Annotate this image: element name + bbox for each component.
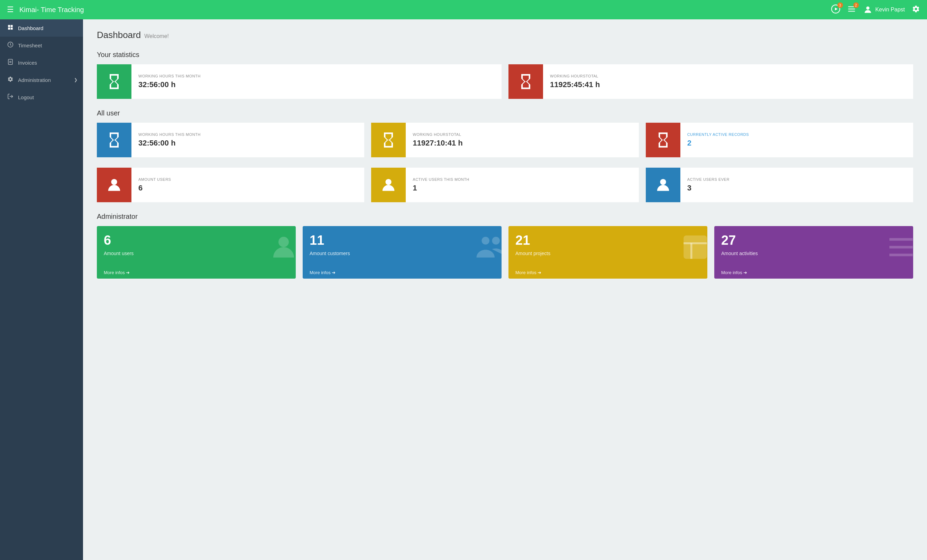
list-button[interactable]: 2 (847, 5, 856, 15)
svg-rect-9 (11, 28, 13, 30)
hourglass-icon-3 (105, 131, 123, 149)
admin-activities-num: 27 (721, 233, 906, 248)
admin-card-users[interactable]: 6 Amount users More infos ➜ (97, 226, 296, 279)
nav-left: ☰ Kimai- Time Tracking (7, 5, 84, 14)
sidebar-item-dashboard[interactable]: Dashboard (0, 19, 83, 36)
svg-rect-8 (8, 28, 10, 30)
au-wh-total-text: WORKING HOURSTOTAL 11927:10:41 h (406, 132, 470, 147)
admin-users-label: Amount users (104, 250, 289, 256)
au-stat-active-records[interactable]: CURRENTLY ACTIVE RECORDS 2 (646, 123, 913, 157)
dashboard-icon (7, 24, 14, 32)
wh-total-icon-box (509, 64, 543, 99)
au-active-month-text: ACTIVE USERS THIS MONTH 1 (406, 178, 476, 193)
admin-projects-label: Amount projects (515, 250, 701, 256)
admin-card-users-body: 6 Amount users (97, 226, 296, 267)
all-user-title: All user (97, 109, 913, 117)
page-welcome: Welcome! (144, 33, 169, 39)
svg-rect-4 (848, 11, 855, 11)
hourglass-icon-5 (654, 131, 672, 149)
sidebar-item-administration[interactable]: Administration ❯ (0, 71, 83, 88)
main-content: Dashboard Welcome! Your statistics WORKI… (83, 19, 927, 560)
svg-point-17 (660, 179, 666, 185)
your-statistics-row: WORKING HOURS THIS MONTH 32:56:00 h WORK… (97, 64, 913, 99)
timesheet-icon (7, 41, 14, 49)
hourglass-icon-2 (517, 73, 535, 91)
admin-activities-label: Amount activities (721, 250, 906, 256)
sidebar-item-timesheet[interactable]: Timesheet (0, 36, 83, 54)
invoices-icon (7, 59, 14, 66)
au-amount-users-text: AMOUNT USERS 6 (131, 178, 178, 193)
au-active-month-icon (371, 168, 406, 202)
au-wh-month-value: 32:56:00 h (138, 139, 201, 147)
au-active-records-value: 2 (687, 139, 749, 147)
wh-total-label: WORKING HOURSTOTAL (550, 74, 600, 78)
au-wh-total-icon (371, 123, 406, 157)
au-amount-users-icon (97, 168, 131, 202)
list-badge: 2 (853, 2, 859, 8)
sidebar-item-invoices[interactable]: Invoices (0, 54, 83, 71)
all-user-row2: AMOUNT USERS 6 ACTIVE USERS THIS MONTH 1 (97, 168, 913, 202)
stat-card-wh-month: WORKING HOURS THIS MONTH 32:56:00 h (97, 64, 501, 99)
au-active-ever-value: 3 (687, 184, 729, 193)
admin-card-activities[interactable]: 27 Amount activities More infos ➜ (714, 226, 913, 279)
au-active-ever-text: ACTIVE USERS EVER 3 (680, 178, 736, 193)
au-active-records-icon (646, 123, 680, 157)
hamburger-icon[interactable]: ☰ (7, 5, 14, 14)
nav-right: 3 2 Kevin Papst (831, 5, 920, 15)
person-icon-2 (380, 176, 397, 194)
admin-projects-footer[interactable]: More infos ➜ (509, 267, 707, 279)
page-title-row: Dashboard Welcome! (97, 30, 913, 41)
your-statistics-title: Your statistics (97, 51, 913, 59)
au-stat-wh-total: WORKING HOURSTOTAL 11927:10:41 h (371, 123, 638, 157)
administration-arrow: ❯ (74, 77, 78, 82)
svg-rect-6 (8, 25, 10, 27)
person-icon-1 (105, 176, 123, 194)
wh-month-icon-box (97, 64, 131, 99)
brand-title: Kimai- Time Tracking (19, 6, 84, 14)
svg-point-5 (866, 6, 869, 10)
administrator-section: Administrator 6 Amount users More infos … (97, 212, 913, 279)
au-stat-active-ever: ACTIVE USERS EVER 3 (646, 168, 913, 202)
au-amount-users-label: AMOUNT USERS (138, 178, 171, 182)
admin-users-num: 6 (104, 233, 289, 248)
au-stat-amount-users: AMOUNT USERS 6 (97, 168, 364, 202)
admin-card-customers[interactable]: 11 Amount customers More infos ➜ (302, 226, 501, 279)
svg-rect-7 (11, 25, 13, 27)
svg-rect-3 (848, 9, 855, 9)
admin-card-projects-body: 21 Amount projects (509, 226, 707, 267)
admin-customers-label: Amount customers (310, 250, 495, 256)
au-amount-users-value: 6 (138, 184, 171, 193)
settings-icon[interactable] (912, 5, 920, 15)
wh-month-text: WORKING HOURS THIS MONTH 32:56:00 h (131, 74, 208, 89)
all-user-row1: WORKING HOURS THIS MONTH 32:56:00 h WORK… (97, 123, 913, 157)
admin-card-activities-body: 27 Amount activities (714, 226, 913, 267)
all-user-section: All user WORKING HOURS THIS MONTH 32:56:… (97, 109, 913, 202)
au-wh-month-label: WORKING HOURS THIS MONTH (138, 132, 201, 137)
au-active-month-label: ACTIVE USERS THIS MONTH (413, 178, 469, 182)
au-active-ever-icon (646, 168, 680, 202)
person-icon-3 (654, 176, 672, 194)
au-active-month-value: 1 (413, 184, 469, 193)
au-wh-month-text: WORKING HOURS THIS MONTH 32:56:00 h (131, 132, 208, 147)
main-layout: Dashboard Timesheet Invoices Administrat… (0, 19, 927, 560)
wh-total-value: 11925:45:41 h (550, 80, 600, 89)
au-active-ever-label: ACTIVE USERS EVER (687, 178, 729, 182)
administrator-title: Administrator (97, 212, 913, 220)
admin-customers-footer[interactable]: More infos ➜ (302, 267, 501, 279)
user-menu[interactable]: Kevin Papst (863, 5, 905, 15)
svg-marker-1 (835, 8, 837, 11)
au-active-records-text: CURRENTLY ACTIVE RECORDS 2 (680, 132, 756, 147)
au-active-records-label: CURRENTLY ACTIVE RECORDS (687, 132, 749, 137)
your-statistics-section: Your statistics WORKING HOURS THIS MONTH… (97, 51, 913, 99)
admin-card-projects[interactable]: 21 Amount projects More infos ➜ (509, 226, 707, 279)
wh-total-text: WORKING HOURSTOTAL 11925:45:41 h (543, 74, 607, 89)
admin-users-footer[interactable]: More infos ➜ (97, 267, 296, 279)
logout-icon (7, 93, 14, 101)
sidebar-item-logout[interactable]: Logout (0, 88, 83, 106)
admin-activities-footer[interactable]: More infos ➜ (714, 267, 913, 279)
page-title: Dashboard (97, 30, 141, 41)
admin-cards-row: 6 Amount users More infos ➜ 11 (97, 226, 913, 279)
hourglass-icon-1 (105, 73, 123, 91)
au-wh-total-label: WORKING HOURSTOTAL (413, 132, 462, 137)
play-button[interactable]: 3 (831, 5, 840, 15)
